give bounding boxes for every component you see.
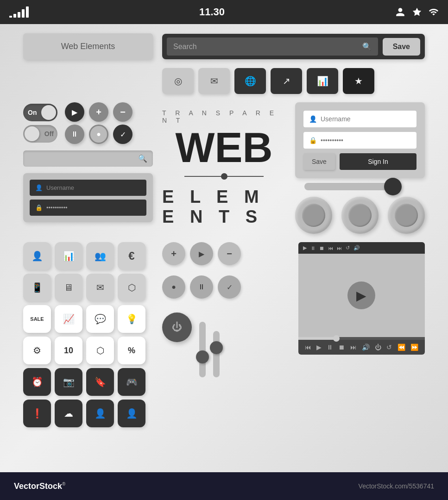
username-field-large[interactable]: 👤 Username — [303, 111, 416, 127]
pb-prev[interactable]: ⏮ — [305, 344, 311, 351]
status-icons — [395, 7, 439, 17]
web-big-text: WEB — [176, 127, 273, 169]
username-label-small: Username — [46, 184, 74, 191]
pb-power[interactable]: ⏻ — [375, 344, 381, 351]
pb-ff[interactable]: ⏩ — [410, 344, 418, 351]
toggle-on[interactable]: On — [23, 104, 57, 121]
ctrl-play[interactable]: ▶ — [190, 242, 213, 265]
app-tile-chat[interactable]: 💬 — [86, 305, 114, 333]
v-slider-1[interactable] — [199, 322, 206, 377]
share-icon-btn[interactable]: ↗ — [271, 68, 302, 94]
ctrl-dot[interactable]: ● — [162, 275, 185, 299]
app-tile-diamond[interactable]: ⬡ — [86, 337, 114, 364]
slider-knob[interactable] — [384, 178, 402, 195]
chart-icon-btn[interactable]: 📊 — [307, 68, 338, 94]
player-stop-icon[interactable]: ⏹ — [319, 245, 324, 251]
app-tile-sale[interactable]: SALE — [23, 305, 51, 333]
play-circle-btn[interactable]: ▶ — [65, 102, 84, 122]
username-field-small[interactable]: 👤 Username — [30, 180, 146, 196]
record-circle-btn[interactable]: ● — [89, 125, 108, 144]
ctrl-minus[interactable]: − — [218, 242, 241, 265]
big-play-button[interactable]: ▶ — [347, 281, 375, 309]
toggle-off[interactable]: Off — [23, 125, 57, 143]
app-tile-gear[interactable]: ⚙ — [23, 337, 51, 364]
circle-buttons-area: ▶ + − ⏸ ● ✓ — [65, 102, 133, 144]
icon-row: ◎ ✉ 🌐 ↗ 📊 ★ — [162, 68, 425, 94]
v-slider-2[interactable] — [213, 331, 220, 377]
knob-1[interactable] — [295, 197, 332, 234]
player-repeat-icon[interactable]: ↺ — [346, 245, 350, 251]
toggle-off-knob — [25, 126, 39, 141]
slider-track[interactable] — [304, 183, 397, 190]
knob-3[interactable] — [388, 197, 425, 234]
app-tile-euro[interactable]: € — [118, 242, 145, 270]
save-button[interactable]: Save — [383, 38, 420, 56]
app-tile-user[interactable]: 👤 — [23, 242, 51, 270]
v-slider-knob-2[interactable] — [210, 341, 223, 354]
star-icon-btn[interactable]: ★ — [343, 68, 374, 94]
search-small[interactable]: 🔍 — [23, 150, 153, 167]
pause-circle-btn[interactable]: ⏸ — [65, 125, 84, 144]
app-tile-user3[interactable]: 👤 — [118, 400, 145, 427]
app-tile-10[interactable]: 10 — [55, 337, 82, 364]
app-tile-phone[interactable]: 📱 — [23, 274, 51, 301]
plus-circle-btn[interactable]: + — [89, 102, 108, 122]
app-tile-chart[interactable]: 📊 — [55, 242, 82, 270]
player-progress[interactable] — [298, 337, 425, 340]
power-button[interactable]: ⏻ — [162, 312, 192, 342]
pb-pause[interactable]: ⏸ — [327, 344, 333, 351]
pb-stop[interactable]: ⏹ — [338, 344, 345, 351]
app-tile-mail[interactable]: ✉ — [86, 274, 114, 301]
password-field-large[interactable]: 🔒 •••••••••• — [303, 132, 416, 149]
wifi-icon — [429, 7, 439, 17]
pb-repeat[interactable]: ↺ — [386, 344, 392, 351]
ctrl-check[interactable]: ✓ — [218, 275, 241, 299]
pb-play[interactable]: ▶ — [316, 344, 322, 351]
player-pause-icon[interactable]: ⏸ — [310, 245, 315, 251]
app-tile-bulb[interactable]: 💡 — [118, 305, 145, 333]
signin-button[interactable]: Sign In — [340, 153, 416, 170]
app-tile-clock[interactable]: ⏰ — [23, 368, 51, 396]
pb-vol[interactable]: 🔊 — [362, 344, 370, 351]
app-tile-camera[interactable]: 📷 — [55, 368, 82, 396]
minus-circle-btn[interactable]: − — [113, 102, 133, 122]
target-icon-btn[interactable]: ◎ — [162, 68, 194, 94]
app-tile-line[interactable]: 📈 — [55, 305, 82, 333]
app-tile-bookmark[interactable]: 🔖 — [86, 368, 114, 396]
player-next-icon[interactable]: ⏭ — [337, 245, 342, 251]
grid-row-2: 📱 🖥 ✉ ⬡ — [23, 274, 153, 301]
v-slider-knob-1[interactable] — [196, 350, 209, 363]
grid-row-6: ❗ ☁ 👤 👤 — [23, 400, 153, 427]
password-field-small[interactable]: 🔒 •••••••••• — [30, 200, 146, 216]
ctrl-plus[interactable]: + — [162, 242, 185, 265]
app-tile-hex[interactable]: ⬡ — [118, 274, 145, 301]
pb-rew[interactable]: ⏪ — [398, 344, 405, 351]
app-tile-wheel[interactable]: 🎮 — [118, 368, 145, 396]
app-tile-desktop[interactable]: 🖥 — [55, 274, 82, 301]
star-status-icon — [412, 7, 422, 17]
app-tile-percent[interactable]: % — [118, 337, 145, 364]
mail-icon-btn[interactable]: ✉ — [198, 68, 230, 94]
app-tile-cloud[interactable]: ☁ — [55, 400, 82, 427]
globe-icon-btn[interactable]: 🌐 — [234, 68, 266, 94]
search-input-field[interactable]: Search 🔍 — [167, 38, 378, 56]
app-tile-alert[interactable]: ❗ — [23, 400, 51, 427]
power-section: ⏻ — [162, 312, 289, 377]
knob-2[interactable] — [341, 197, 379, 234]
center-bottom: + ▶ − ● ⏸ ✓ ⏻ — [162, 242, 289, 431]
app-tile-user2[interactable]: 👤 — [86, 400, 114, 427]
transparent-label: T R A N S P A R E N T — [162, 109, 286, 124]
check-circle-btn[interactable]: ✓ — [113, 125, 133, 144]
password-dots-small: •••••••••• — [46, 204, 68, 211]
pb-next[interactable]: ⏭ — [350, 344, 357, 351]
player-prev-icon[interactable]: ⏮ — [328, 245, 333, 251]
player-play-icon[interactable]: ▶ — [303, 245, 307, 251]
left-column: On Off ▶ + − — [23, 102, 153, 234]
login-form-small: 👤 Username 🔒 •••••••••• — [23, 173, 153, 222]
grid-row-3: SALE 📈 💬 💡 — [23, 305, 153, 333]
player-bottom-bar: ⏮ ▶ ⏸ ⏹ ⏭ 🔊 ⏻ ↺ ⏪ ⏩ — [298, 340, 425, 355]
ctrl-pause[interactable]: ⏸ — [190, 275, 213, 299]
player-volume-icon[interactable]: 🔊 — [353, 245, 360, 251]
app-tile-people[interactable]: 👥 — [86, 242, 114, 270]
save-login-button[interactable]: Save — [303, 153, 335, 170]
